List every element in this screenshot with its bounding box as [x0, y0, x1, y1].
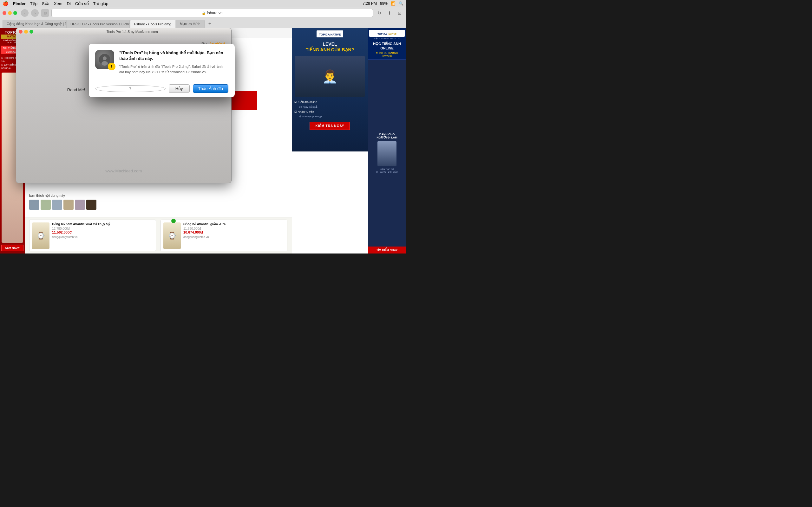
sidebar-button[interactable]: ⊞ [41, 9, 49, 17]
svg-point-6 [101, 61, 108, 66]
watch-2-price-old: 11.860.000đ [183, 227, 226, 230]
menubar: 🍎 Finder Tệp Sửa Xem Di Cửa sổ Trợ giúp … [0, 0, 406, 7]
topica-mid-title: LEVELTIẾNG ANH CỦA BẠN? [306, 41, 354, 53]
browser-toolbar: ‹ › ⊞ 🔒 fshare.vn ↻ ⬆ ⊡ [3, 9, 403, 19]
watch-ad-2[interactable]: ⌚ Đồng hồ Atlantic, giảm -10% 11.860.000… [160, 220, 287, 251]
social-section: bạn thích nội dung này [25, 191, 257, 212]
url-text: fshare.vn [207, 11, 222, 15]
dmg-window-title: iTools Pro 1.1.5 by MacNeed.com [35, 30, 229, 34]
watch-2-source: dangquangwatch.vn [183, 235, 226, 239]
cancel-button[interactable]: Hủy [169, 84, 190, 93]
right-ad-mid: DÀNH CHONGƯỜI ĐI LÀM LIÊN TỤC TỪ8H SÁNG … [368, 60, 406, 246]
watch-1-title: Đồng hồ nam Atlantic xuất xứ Thụy Sỹ [52, 222, 110, 226]
left-ad-xem-ngay-button[interactable]: XEM NGAY [1, 245, 23, 251]
menu-file[interactable]: Tệp [30, 1, 38, 6]
watch-1-price-new: 11.502.000đ [52, 230, 110, 234]
menubar-left: 🍎 Finder Tệp Sửa Xem Di Cửa sổ Trợ giúp [3, 1, 108, 6]
topica-mid-features: ☑ Kiểm tra online Có ngay kết quả ☑ Nhận… [294, 100, 365, 119]
topica-mid-check-button[interactable]: KIỂM TRA NGAY [310, 122, 350, 130]
reademe-icon-item[interactable]: Read Me! [62, 56, 90, 92]
back-button[interactable]: ‹ [21, 9, 29, 17]
menu-go[interactable]: Di [67, 1, 71, 6]
browser-window: ‹ › ⊞ 🔒 fshare.vn ↻ ⬆ ⊡ Cộng đồng Khoa h… [0, 7, 406, 253]
right-ad-title: HỌC TIẾNG ANHONLINE [373, 42, 401, 51]
svg-point-5 [103, 56, 107, 60]
watch-1-image: ⌚ [32, 222, 49, 249]
right-ad-tagline: LUYỆN NÓI ONLINE THOẢI THÍCH [372, 38, 402, 40]
right-ad-person-image [369, 141, 405, 166]
topica-mid-ad: TOPICA NATIVE LEVELTIẾNG ANH CỦA BẠN? 👨‍… [292, 28, 368, 152]
reademe-icon[interactable] [62, 56, 90, 84]
sale-badge [171, 219, 176, 223]
watch-1-source: dangquangwatch.vn [52, 235, 110, 239]
dmg-maximize-button[interactable] [30, 30, 33, 34]
add-tab-button[interactable]: + [206, 20, 214, 27]
minimize-button[interactable] [8, 11, 12, 15]
dmg-watermark: www.MacNeed.com [106, 169, 142, 176]
lock-icon: 🔒 [202, 11, 206, 15]
watch-1-price-old: 12.780.000đ [52, 227, 110, 230]
right-ad-topica-logo: TOPICA NATIVE [369, 30, 405, 37]
eject-button[interactable]: Tháo Ảnh đĩa [193, 84, 229, 93]
alert-body: "iTools Pro" ở trên ảnh đĩa "iTools Pro-… [119, 64, 227, 74]
right-ad-subtitle: THEO XU HƯỚNGHAVARD [376, 52, 398, 57]
right-ad-hours: LIÊN TỤC TỪ8H SÁNG - 24H ĐÊM [376, 168, 397, 173]
search-icon[interactable]: 🔍 [399, 1, 403, 6]
watch-ad-1[interactable]: ⌚ Đồng hồ nam Atlantic xuất xứ Thụy Sỹ 1… [29, 220, 156, 251]
apple-menu[interactable]: 🍎 [3, 1, 9, 6]
battery-indicator: 89% [380, 1, 388, 6]
alert-dialog: ! "iTools Pro" bị hỏng và không thể mở đ… [89, 44, 235, 97]
alert-icon-wrapper: ! [95, 50, 114, 69]
right-ad-banner: TOPICA NATIVE LUYỆN NÓI ONLINE THOẢI THÍ… [368, 28, 406, 253]
time-indicator: 7:28 PM [362, 1, 377, 6]
dmg-close-button[interactable] [19, 30, 22, 34]
bottom-watch-ads: ⌚ Đồng hồ nam Atlantic xuất xứ Thụy Sỹ 1… [25, 217, 292, 253]
alert-content: ! "iTools Pro" bị hỏng và không thể mở đ… [89, 44, 235, 81]
help-button[interactable]: ? [95, 85, 165, 92]
menubar-right: 7:28 PM 89% 📶 🔍 [362, 1, 403, 6]
tab-favorites[interactable]: Mục ưa thích [176, 20, 205, 28]
dmg-window-controls [19, 30, 33, 34]
tab-tinhte-khoa-hoc[interactable]: Cộng đồng Khoa học & Công nghệ | Tinhte.… [3, 20, 66, 28]
watch-1-info: Đồng hồ nam Atlantic xuất xứ Thụy Sỹ 12.… [52, 222, 110, 248]
right-ad-for-whom: DÀNH CHONGƯỜI ĐI LÀM [376, 133, 397, 139]
close-button[interactable] [3, 11, 6, 15]
tab-tinhte-itools[interactable]: DESKTOP - iTools Pro version 1.0 cho Mac… [66, 20, 130, 28]
refresh-button[interactable]: ↻ [375, 9, 383, 17]
share-button[interactable]: ⬆ [386, 9, 393, 17]
tab-button[interactable]: ⊡ [396, 9, 403, 17]
tab-fshare-itools[interactable]: Fshare - iTools Pro.dmg [130, 20, 175, 28]
dmg-minimize-button[interactable] [24, 30, 28, 34]
address-bar[interactable]: 🔒 fshare.vn [51, 9, 373, 17]
alert-text: "iTools Pro" bị hỏng và không thể mở đượ… [119, 50, 227, 74]
menu-edit[interactable]: Sửa [42, 1, 49, 6]
wifi-icon: 📶 [391, 1, 396, 6]
alert-warning-badge: ! [108, 63, 115, 70]
forward-button[interactable]: › [31, 9, 39, 17]
right-ad-learn-button[interactable]: TÌM HIỂU NGAY [368, 246, 406, 253]
finder-menu[interactable]: Finder [13, 1, 26, 6]
maximize-button[interactable] [13, 11, 17, 15]
right-ad-top-section: TOPICA NATIVE LUYỆN NÓI ONLINE THOẢI THÍ… [368, 28, 406, 60]
browser-chrome: ‹ › ⊞ 🔒 fshare.vn ↻ ⬆ ⊡ Cộng đồng Khoa h… [0, 7, 406, 28]
watch-2-image: ⌚ [163, 222, 181, 249]
tabs-bar: Cộng đồng Khoa học & Công nghệ | Tinhte.… [3, 19, 403, 28]
window-controls [3, 11, 17, 15]
watch-2-info: Đồng hồ Atlantic, giảm -10% 11.860.000đ … [183, 222, 226, 248]
topica-mid-person-image: 👨‍💼 [295, 56, 365, 97]
watch-2-price-new: 10.674.000đ [183, 230, 226, 234]
watch-2-title: Đồng hồ Atlantic, giảm -10% [183, 222, 226, 226]
menu-window[interactable]: Cửa sổ [75, 1, 89, 6]
menu-help[interactable]: Trợ giúp [93, 1, 108, 6]
dmg-titlebar: iTools Pro 1.1.5 by MacNeed.com [16, 28, 231, 35]
alert-buttons: ? Hủy Tháo Ảnh đĩa [89, 81, 235, 97]
alert-title: "iTools Pro" bị hỏng và không thể mở đượ… [119, 50, 227, 61]
menu-view[interactable]: Xem [54, 1, 62, 6]
reademe-label: Read Me! [67, 88, 85, 92]
page-content: TOPICA NATIVE LUYỆN NÓI ONLINE THOẢI THÍ… [0, 28, 406, 253]
